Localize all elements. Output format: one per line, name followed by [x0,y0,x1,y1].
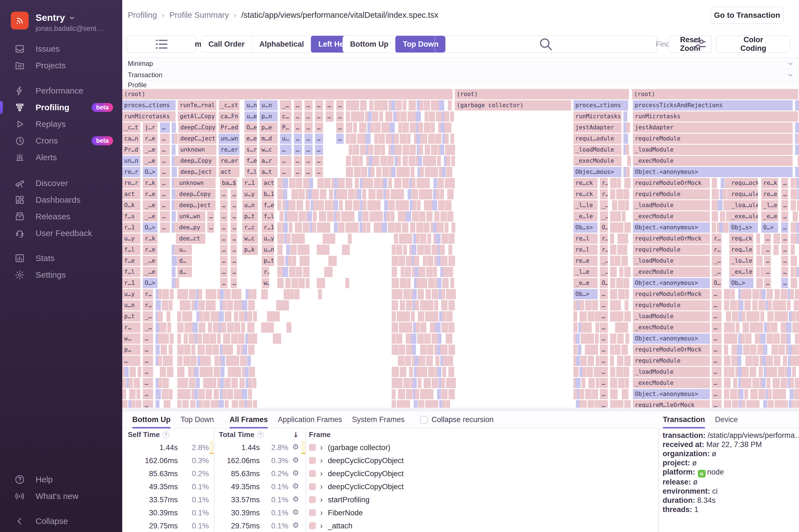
flame-frame[interactable]: f…l [122,245,140,255]
flame-frame[interactable]: … [600,345,608,355]
flame-frame[interactable]: … [600,322,608,332]
flame-frame[interactable]: … [280,167,292,177]
flame-frame[interactable]: … [315,156,323,166]
flame-frame[interactable]: r…k [143,233,157,244]
flame-frame[interactable]: jestAdapter [573,122,621,133]
flame-frame[interactable]: … [600,311,608,322]
flame-frame[interactable]: … [220,233,227,244]
flame-frame[interactable]: … [600,389,608,399]
flame-frame[interactable]: … [781,223,788,233]
flame-frame[interactable]: … [304,111,313,121]
flame-frame[interactable]: O… [600,223,608,233]
flame-frame[interactable]: unknown [178,145,217,155]
flame-frame[interactable]: requi…odule [573,134,621,144]
flame-frame[interactable]: r…e [143,134,157,144]
flame-frame[interactable]: requireModule [633,300,710,310]
flame-frame[interactable]: b…1 [262,189,274,200]
flame-frame[interactable]: re…ck [573,189,598,200]
flame-frame[interactable]: m…d [259,134,278,144]
section-row-profile[interactable]: Profile [122,81,799,89]
flamegraph-scrollbar[interactable] [122,407,799,411]
flame-frame[interactable]: _…e [143,267,157,277]
flame-frame[interactable]: … [781,211,788,222]
flame-frame[interactable]: r… [143,300,153,310]
flame-frame[interactable]: _l…e [573,267,598,277]
flame-frame[interactable]: … [230,233,237,244]
flame-frame[interactable]: requireModule [633,189,710,200]
flame-frame[interactable]: un…n [122,156,140,166]
flame-frame[interactable]: _loadModule [633,200,710,210]
flame-frame[interactable]: j…r [143,122,157,133]
gear-icon[interactable]: ⚙ [292,508,299,516]
flame-frame[interactable]: act [122,189,140,200]
expand-chevron-icon[interactable]: › [320,521,323,530]
flame-frame[interactable]: … [143,334,153,344]
flame-frame[interactable]: f…l [262,211,274,222]
flame-frame[interactable]: … [712,311,722,322]
flame-frame[interactable]: deepC…Copy [178,122,217,133]
flame-frame[interactable]: p…t [242,211,258,222]
flame-frame[interactable]: … [600,378,608,388]
flame-frame[interactable]: _… [600,256,608,266]
flame-frame[interactable]: … [712,389,722,399]
flame-frame[interactable]: … [315,167,323,177]
flame-frame[interactable]: … [712,345,722,355]
flame-frame[interactable]: Object.<anonymous> [633,334,710,344]
gear-icon[interactable]: ⚙ [292,456,299,464]
flame-frame[interactable]: p…t [262,256,274,266]
flame-frame[interactable]: u…n [262,245,274,255]
flame-frame[interactable]: u…n [122,300,140,310]
flame-frame[interactable]: req…le [729,245,754,255]
flame-frame[interactable]: … [143,400,153,407]
flame-frame[interactable]: Obj…s> [729,223,758,233]
flame-frame[interactable]: act [262,178,274,188]
flame-frame[interactable]: w…c [242,233,258,244]
flame-frame[interactable]: proces…ctions [122,100,175,111]
flame-frame[interactable]: r… [262,267,269,277]
flame-frame[interactable]: Object.<anonymous> [633,389,710,399]
sidebar-item-releases[interactable]: Releases [0,208,122,225]
flame-frame[interactable]: _…e [143,145,157,155]
sidebar-item-crons[interactable]: Cronsbeta [0,132,122,149]
gear-icon[interactable]: ⚙ [292,521,299,530]
flame-frame[interactable]: r… [600,233,608,244]
color-coding-button[interactable]: Color Coding [716,36,791,53]
flame-frame[interactable]: … [600,289,608,299]
flame-frame[interactable]: requ…ock [729,178,758,188]
flame-frame[interactable]: _execModule [633,156,793,166]
flame-frame[interactable]: … [294,134,302,144]
flame-frame[interactable]: O…k [122,200,140,210]
flame-frame[interactable]: … [160,134,170,144]
flame-frame[interactable]: … [220,223,227,233]
flame-frame[interactable]: … [315,134,323,144]
flame-frame[interactable]: _… [600,267,608,277]
flame-frame[interactable]: deep…Copy [178,156,217,166]
flame-frame[interactable]: … [326,100,334,111]
flame-frame[interactable]: act [219,167,240,177]
panel-divider[interactable] [658,411,659,532]
flame-frame[interactable]: re…k [761,178,778,188]
flame-frame[interactable]: e…e [244,134,257,144]
flame-frame[interactable]: getAl…Copy [178,111,217,121]
flame-frame[interactable]: _execModule [633,211,710,222]
flame-frame[interactable]: unknown [177,178,216,188]
total-time-header[interactable]: Total Time? [219,429,264,441]
tab-all-frames[interactable]: All Frames [229,411,268,429]
flame-frame[interactable]: _execModule [633,378,710,388]
flame-frame[interactable]: requireModuleOrMock [633,289,710,299]
flame-frame[interactable]: _… [712,267,722,277]
flame-frame[interactable]: requireModuleOrMock [633,178,710,188]
flame-frame[interactable]: p…e [259,122,278,133]
sidebar-item-projects[interactable]: Projects [0,57,122,74]
flame-frame[interactable]: … [280,145,292,155]
flame-frame[interactable]: p…t [122,311,140,322]
collapse-recursion-label[interactable]: Collapse recursion [431,415,494,424]
flame-frame[interactable]: f…l [244,167,257,177]
flame-frame[interactable]: p…k [242,245,258,255]
flame-frame[interactable]: f…e [244,156,257,166]
flame-frame[interactable]: … [781,256,788,266]
flame-frame[interactable]: _… [600,200,608,210]
flame-frame[interactable]: _execModule [633,322,710,332]
flame-frame[interactable]: … [122,356,140,366]
flame-frame[interactable]: … [764,245,771,255]
